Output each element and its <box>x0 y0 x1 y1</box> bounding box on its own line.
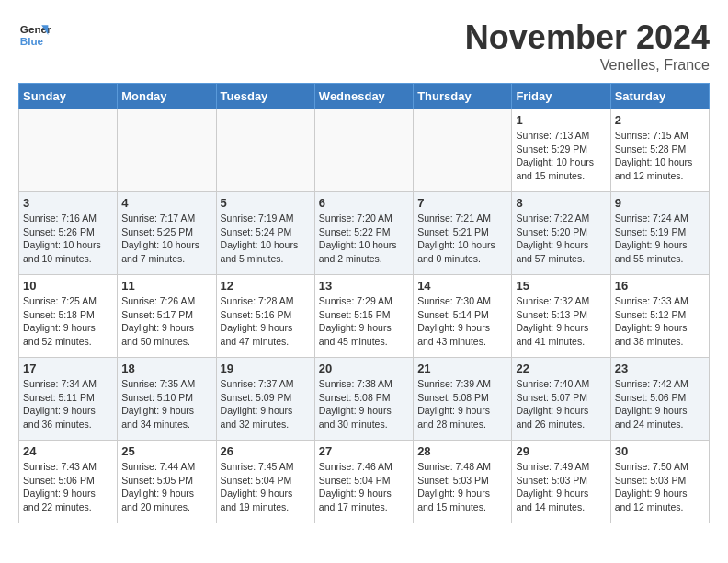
column-header-wednesday: Wednesday <box>314 84 413 109</box>
column-header-saturday: Saturday <box>610 84 709 109</box>
day-number: 17 <box>23 362 113 375</box>
day-cell: 20Sunrise: 7:38 AM Sunset: 5:08 PM Dayli… <box>314 358 413 441</box>
day-cell: 22Sunrise: 7:40 AM Sunset: 5:07 PM Dayli… <box>512 358 610 441</box>
day-cell: 25Sunrise: 7:44 AM Sunset: 5:05 PM Dayli… <box>118 441 216 523</box>
day-cell: 17Sunrise: 7:34 AM Sunset: 5:11 PM Dayli… <box>19 358 118 441</box>
day-info: Sunrise: 7:44 AM Sunset: 5:05 PM Dayligh… <box>121 460 211 514</box>
day-info: Sunrise: 7:17 AM Sunset: 5:25 PM Dayligh… <box>121 212 211 266</box>
week-row-3: 10Sunrise: 7:25 AM Sunset: 5:18 PM Dayli… <box>19 275 710 358</box>
location: Venelles, France <box>465 57 710 74</box>
day-cell: 27Sunrise: 7:46 AM Sunset: 5:04 PM Dayli… <box>314 441 413 523</box>
day-info: Sunrise: 7:16 AM Sunset: 5:26 PM Dayligh… <box>23 212 113 266</box>
day-number: 10 <box>23 279 113 293</box>
day-number: 1 <box>516 113 606 127</box>
day-cell: 19Sunrise: 7:37 AM Sunset: 5:09 PM Dayli… <box>216 358 314 441</box>
day-info: Sunrise: 7:37 AM Sunset: 5:09 PM Dayligh… <box>221 377 311 431</box>
day-cell: 6Sunrise: 7:20 AM Sunset: 5:22 PM Daylig… <box>314 192 413 275</box>
day-info: Sunrise: 7:38 AM Sunset: 5:08 PM Dayligh… <box>319 377 409 431</box>
calendar-header-row: SundayMondayTuesdayWednesdayThursdayFrid… <box>19 84 710 109</box>
day-info: Sunrise: 7:15 AM Sunset: 5:28 PM Dayligh… <box>615 129 705 183</box>
day-number: 19 <box>221 362 311 375</box>
day-cell: 3Sunrise: 7:16 AM Sunset: 5:26 PM Daylig… <box>19 192 118 275</box>
day-info: Sunrise: 7:43 AM Sunset: 5:06 PM Dayligh… <box>23 460 113 514</box>
day-number: 9 <box>615 196 705 210</box>
day-number: 26 <box>221 444 311 458</box>
day-number: 7 <box>417 196 507 210</box>
day-cell: 8Sunrise: 7:22 AM Sunset: 5:20 PM Daylig… <box>512 192 610 275</box>
day-info: Sunrise: 7:48 AM Sunset: 5:03 PM Dayligh… <box>417 460 507 514</box>
week-row-2: 3Sunrise: 7:16 AM Sunset: 5:26 PM Daylig… <box>19 192 710 275</box>
day-cell: 28Sunrise: 7:48 AM Sunset: 5:03 PM Dayli… <box>414 441 512 523</box>
day-cell: 30Sunrise: 7:50 AM Sunset: 5:03 PM Dayli… <box>610 441 709 523</box>
day-cell: 18Sunrise: 7:35 AM Sunset: 5:10 PM Dayli… <box>118 358 216 441</box>
week-row-5: 24Sunrise: 7:43 AM Sunset: 5:06 PM Dayli… <box>19 441 710 523</box>
day-info: Sunrise: 7:49 AM Sunset: 5:03 PM Dayligh… <box>516 460 606 514</box>
column-header-thursday: Thursday <box>414 84 512 109</box>
day-info: Sunrise: 7:25 AM Sunset: 5:18 PM Dayligh… <box>23 294 113 349</box>
day-cell: 1Sunrise: 7:13 AM Sunset: 5:29 PM Daylig… <box>512 109 610 192</box>
day-cell: 26Sunrise: 7:45 AM Sunset: 5:04 PM Dayli… <box>216 441 314 523</box>
day-number: 30 <box>615 444 705 458</box>
day-info: Sunrise: 7:24 AM Sunset: 5:19 PM Dayligh… <box>615 212 705 266</box>
calendar-table: SundayMondayTuesdayWednesdayThursdayFrid… <box>18 83 710 523</box>
day-number: 2 <box>615 113 705 127</box>
day-number: 18 <box>121 362 211 375</box>
column-header-monday: Monday <box>118 84 216 109</box>
day-number: 15 <box>516 279 606 293</box>
day-info: Sunrise: 7:32 AM Sunset: 5:13 PM Dayligh… <box>516 294 606 349</box>
day-info: Sunrise: 7:28 AM Sunset: 5:16 PM Dayligh… <box>221 294 311 349</box>
day-info: Sunrise: 7:39 AM Sunset: 5:08 PM Dayligh… <box>417 377 507 431</box>
day-cell <box>314 109 413 192</box>
day-cell: 7Sunrise: 7:21 AM Sunset: 5:21 PM Daylig… <box>414 192 512 275</box>
day-number: 11 <box>121 279 211 293</box>
day-cell: 16Sunrise: 7:33 AM Sunset: 5:12 PM Dayli… <box>610 275 709 358</box>
day-number: 12 <box>221 279 311 293</box>
day-number: 3 <box>23 196 113 210</box>
day-info: Sunrise: 7:20 AM Sunset: 5:22 PM Dayligh… <box>319 212 409 266</box>
day-cell: 14Sunrise: 7:30 AM Sunset: 5:14 PM Dayli… <box>414 275 512 358</box>
day-cell: 29Sunrise: 7:49 AM Sunset: 5:03 PM Dayli… <box>512 441 610 523</box>
logo-icon: General Blue <box>18 18 51 52</box>
day-number: 5 <box>221 196 311 210</box>
day-number: 8 <box>516 196 606 210</box>
day-number: 6 <box>319 196 409 210</box>
day-cell: 11Sunrise: 7:26 AM Sunset: 5:17 PM Dayli… <box>118 275 216 358</box>
day-cell: 10Sunrise: 7:25 AM Sunset: 5:18 PM Dayli… <box>19 275 118 358</box>
day-number: 23 <box>615 362 705 375</box>
day-info: Sunrise: 7:13 AM Sunset: 5:29 PM Dayligh… <box>516 129 606 183</box>
week-row-4: 17Sunrise: 7:34 AM Sunset: 5:11 PM Dayli… <box>19 358 710 441</box>
day-number: 28 <box>417 444 507 458</box>
day-cell: 15Sunrise: 7:32 AM Sunset: 5:13 PM Dayli… <box>512 275 610 358</box>
day-cell: 5Sunrise: 7:19 AM Sunset: 5:24 PM Daylig… <box>216 192 314 275</box>
day-cell: 4Sunrise: 7:17 AM Sunset: 5:25 PM Daylig… <box>118 192 216 275</box>
day-number: 27 <box>319 444 409 458</box>
day-number: 4 <box>121 196 211 210</box>
day-cell: 24Sunrise: 7:43 AM Sunset: 5:06 PM Dayli… <box>19 441 118 523</box>
day-info: Sunrise: 7:26 AM Sunset: 5:17 PM Dayligh… <box>121 294 211 349</box>
day-cell: 13Sunrise: 7:29 AM Sunset: 5:15 PM Dayli… <box>314 275 413 358</box>
day-cell <box>118 109 216 192</box>
day-info: Sunrise: 7:46 AM Sunset: 5:04 PM Dayligh… <box>319 460 409 514</box>
day-info: Sunrise: 7:22 AM Sunset: 5:20 PM Dayligh… <box>516 212 606 266</box>
day-number: 16 <box>615 279 705 293</box>
day-info: Sunrise: 7:29 AM Sunset: 5:15 PM Dayligh… <box>319 294 409 349</box>
day-info: Sunrise: 7:34 AM Sunset: 5:11 PM Dayligh… <box>23 377 113 431</box>
day-number: 25 <box>121 444 211 458</box>
week-row-1: 1Sunrise: 7:13 AM Sunset: 5:29 PM Daylig… <box>19 109 710 192</box>
logo: General Blue <box>18 18 51 52</box>
day-number: 20 <box>319 362 409 375</box>
day-cell: 21Sunrise: 7:39 AM Sunset: 5:08 PM Dayli… <box>414 358 512 441</box>
column-header-friday: Friday <box>512 84 610 109</box>
day-info: Sunrise: 7:35 AM Sunset: 5:10 PM Dayligh… <box>121 377 211 431</box>
title-section: November 2024 Venelles, France <box>465 18 710 74</box>
day-cell <box>216 109 314 192</box>
day-number: 14 <box>417 279 507 293</box>
page-header: General Blue November 2024 Venelles, Fra… <box>18 18 710 74</box>
day-number: 29 <box>516 444 606 458</box>
day-cell: 12Sunrise: 7:28 AM Sunset: 5:16 PM Dayli… <box>216 275 314 358</box>
day-cell <box>414 109 512 192</box>
column-header-tuesday: Tuesday <box>216 84 314 109</box>
day-cell: 23Sunrise: 7:42 AM Sunset: 5:06 PM Dayli… <box>610 358 709 441</box>
column-header-sunday: Sunday <box>19 84 118 109</box>
day-info: Sunrise: 7:33 AM Sunset: 5:12 PM Dayligh… <box>615 294 705 349</box>
